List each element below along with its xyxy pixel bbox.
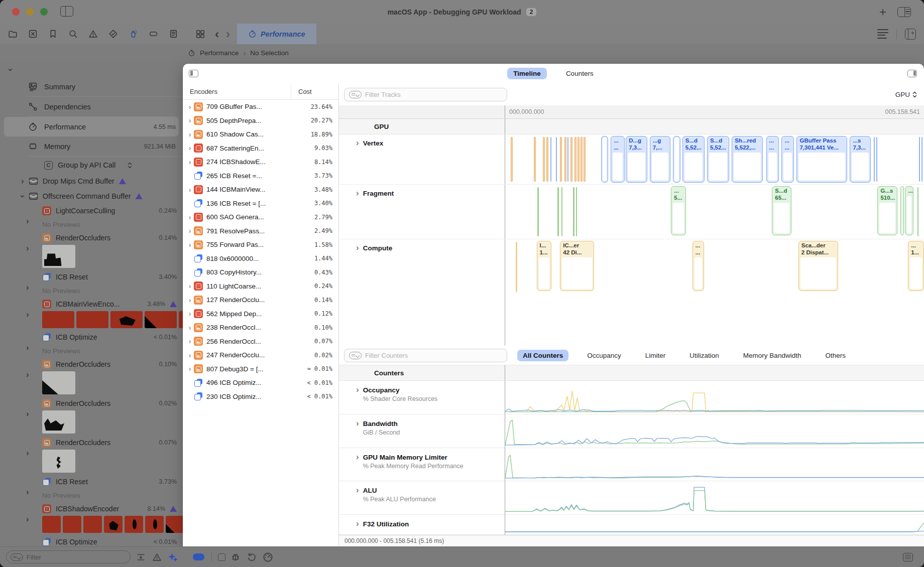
chevron-right-icon[interactable]: ›	[356, 191, 359, 196]
timeline-encoder-block[interactable]: G...s510...	[877, 186, 897, 235]
sidebar-encoder-item[interactable]: RenderOccluders0.02%›	[0, 396, 183, 436]
encoder-table-row[interactable]: ›600 SAO Genera...2.79%	[183, 210, 338, 224]
timeline-encoder-block[interactable]: ......	[611, 136, 625, 183]
chevron-right-icon[interactable]: ›	[26, 312, 29, 317]
search-icon[interactable]	[67, 29, 78, 40]
counter-chart[interactable]	[505, 481, 924, 515]
timeline-encoder-block[interactable]: ...1...	[908, 241, 924, 291]
encoder-preview-thumbnail[interactable]	[42, 245, 75, 268]
bookmark-icon[interactable]	[47, 29, 58, 40]
encoder-preview-thumbnail[interactable]	[63, 516, 81, 533]
encoder-table-row[interactable]: ›803 CopyHistory...0.43%	[183, 265, 338, 279]
filter-icon[interactable]	[11, 553, 23, 561]
encoder-preview-thumbnail[interactable]	[179, 311, 183, 328]
timeline-event-bar[interactable]	[561, 187, 563, 236]
chevron-right-icon[interactable]: ›	[186, 116, 194, 124]
encoder-table-row[interactable]: ›274 ICBShadowE...8.14%	[183, 155, 338, 169]
encoder-table-row[interactable]: ›110 LightCoarse...0.24%	[183, 279, 338, 294]
close-box-icon[interactable]	[27, 29, 38, 40]
encoder-preview-thumbnail[interactable]	[110, 311, 143, 328]
counter-chart[interactable]	[505, 414, 924, 448]
editor-list-icon[interactable]	[877, 29, 888, 39]
chevron-right-icon[interactable]: ›	[356, 421, 359, 448]
chevron-right-icon[interactable]: ›	[186, 144, 194, 152]
encoder-preview-thumbnail[interactable]	[83, 516, 102, 533]
counter-chart[interactable]	[505, 448, 924, 481]
timeline-event-bar[interactable]	[917, 187, 919, 236]
encoder-preview-thumbnail[interactable]	[42, 516, 61, 533]
timeline-ruler[interactable]: 000.000.000 005.158.541	[339, 105, 924, 119]
counters-tab-limiter[interactable]: Limiter	[640, 350, 671, 361]
debug-bug-icon[interactable]	[229, 551, 242, 563]
counters-tab-all-counters[interactable]: All Counters	[517, 350, 568, 361]
chevron-right-icon[interactable]: ›	[186, 351, 194, 359]
encoder-table-row[interactable]: ›127 RenderOcclu...0.14%	[183, 293, 338, 307]
chevron-right-icon[interactable]: ›	[26, 345, 29, 350]
encoder-preview-thumbnail[interactable]	[42, 311, 74, 328]
timeline-event-bar[interactable]	[543, 137, 545, 182]
sidebar-encoder-item[interactable]: ICB Optimize< 0.01%›No Previews	[0, 535, 183, 546]
capsule-icon[interactable]	[148, 29, 159, 40]
encoder-preview-thumbnail[interactable]	[125, 516, 143, 533]
counter-row[interactable]: ›F32 Utilization	[339, 515, 505, 535]
sidebar-item-performance[interactable]: Performance 4.55 ms	[4, 117, 179, 136]
chevron-down-icon[interactable]: ›	[20, 195, 25, 198]
gpu-capture-pill-icon[interactable]	[193, 553, 204, 560]
timeline-encoder-block[interactable]: D...g7,3...	[626, 136, 647, 183]
timeline-encoder-block[interactable]: Sca...der2 Dispat...	[798, 241, 838, 291]
counter-row[interactable]: ›Occupancy% Shader Core Resources	[339, 381, 505, 414]
breadcrumb-root[interactable]: Performance	[200, 49, 239, 57]
chevron-right-icon[interactable]: ›	[21, 179, 24, 184]
chevron-right-icon[interactable]: ›	[356, 140, 359, 146]
timeline-event-bar[interactable]	[546, 137, 548, 182]
timeline-encoder-block[interactable]: ......	[766, 136, 779, 183]
add-editor-icon[interactable]	[905, 29, 916, 40]
timeline-event-bar[interactable]	[578, 137, 580, 182]
sidebar-encoder-item[interactable]: RenderOccluders0.14%›	[0, 231, 183, 270]
encoder-preview-thumbnail[interactable]	[42, 371, 75, 394]
group-by-api-call-select[interactable]: C Group by API Call	[0, 157, 183, 174]
timeline-encoder-block[interactable]: ......	[781, 136, 794, 183]
timeline-event-bar[interactable]	[511, 137, 513, 182]
sidebar-encoder-item[interactable]: ICB Reset3.40%›No Previews	[0, 270, 183, 297]
report-list-icon[interactable]	[168, 29, 179, 40]
chevron-right-icon[interactable]: ›	[186, 324, 194, 332]
timeline-encoder-block[interactable]: ...g7,...	[650, 136, 671, 183]
encoder-table-row[interactable]: ›562 Mipped Dep...0.12%	[183, 307, 338, 321]
timeline-event-bar[interactable]	[581, 137, 583, 182]
timeline-encoder-block[interactable]	[673, 136, 680, 183]
flatten-hierarchy-icon[interactable]	[135, 551, 147, 563]
sidebar-encoder-item[interactable]: ICB Reset3.73%›No Previews	[0, 475, 183, 502]
show-warnings-icon[interactable]	[151, 551, 163, 563]
timeline-event-bar[interactable]	[573, 187, 574, 236]
test-diamond-icon[interactable]	[107, 29, 119, 40]
sidebar-encoder-item[interactable]: RenderOccluders0.10%›	[0, 357, 183, 396]
tab-performance[interactable]: Performance	[237, 24, 316, 44]
encoder-preview-thumbnail[interactable]	[145, 311, 177, 328]
track-canvas-fragment[interactable]: ...5...S...d65...G...s510......	[505, 185, 924, 239]
encoder-table-row[interactable]: ›687 ScatteringEn...9.03%	[183, 141, 338, 156]
timeline-event-bar[interactable]	[876, 137, 877, 182]
stop-frame-icon[interactable]	[218, 553, 225, 561]
timeline-encoder-block[interactable]	[601, 136, 608, 183]
chevron-right-icon[interactable]: ›	[186, 310, 194, 318]
timeline-event-bar[interactable]	[537, 187, 539, 236]
timeline-encoder-block[interactable]: I...1...	[537, 241, 551, 291]
counters-tab-memory-bandwidth[interactable]: Memory Bandwidth	[738, 350, 807, 361]
encoder-table-row[interactable]: ›144 ICBMainView...3.48%	[183, 183, 338, 197]
encoder-preview-thumbnail[interactable]	[42, 450, 75, 473]
timeline-event-bar[interactable]	[919, 137, 920, 182]
counter-chart[interactable]	[505, 515, 924, 535]
add-tab-button[interactable]: +	[879, 6, 886, 18]
chevron-right-icon[interactable]: ›	[356, 387, 359, 414]
timeline-event-bar[interactable]	[557, 187, 559, 236]
column-encoders[interactable]: Encoders	[183, 88, 291, 95]
encoder-preview-thumbnail[interactable]	[76, 311, 108, 328]
track-label-vertex[interactable]: ›Vertex	[339, 134, 505, 184]
encoder-table-row[interactable]: ›610 Shadow Cas...18.89%	[183, 127, 338, 141]
timeline-encoder-block[interactable]: S...d5,52...	[682, 136, 705, 183]
sidebar-item-memory[interactable]: Memory 921.34 MiB	[0, 136, 183, 156]
counters-tab-others[interactable]: Others	[820, 350, 851, 361]
encoder-table-row[interactable]: ›505 DepthPrepa...20.27%	[183, 114, 338, 128]
chevron-right-icon[interactable]: ›	[186, 365, 194, 373]
